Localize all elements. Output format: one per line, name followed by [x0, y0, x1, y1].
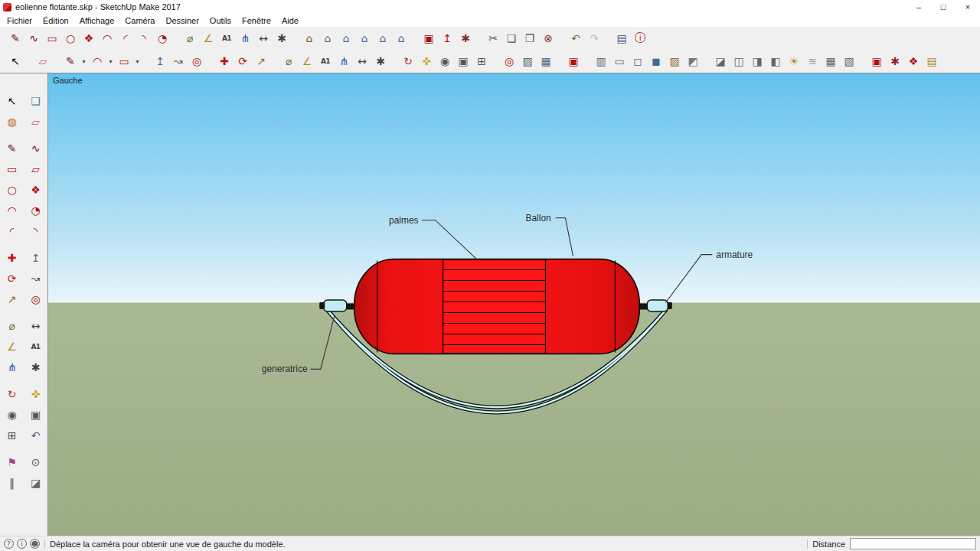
zoom-window-tool-icon[interactable]: ▣: [454, 52, 472, 70]
get-models-icon[interactable]: ▣: [867, 52, 886, 70]
line-tool-icon[interactable]: ✎: [6, 29, 24, 47]
account-icon[interactable]: ☻: [30, 539, 40, 549]
monochrome-style-icon[interactable]: ◩: [684, 52, 702, 70]
view-back-icon[interactable]: ⌂: [392, 29, 410, 47]
eraser-tool-icon[interactable]: ▱: [34, 52, 52, 70]
paste-icon[interactable]: ❐: [521, 29, 539, 47]
undo-icon[interactable]: ↶: [567, 29, 585, 47]
maximize-button[interactable]: □: [931, 0, 956, 14]
preferences-icon[interactable]: ▤: [923, 52, 941, 70]
shaded-textured-style-icon[interactable]: ▨: [665, 52, 684, 70]
rectangle-tool-icon[interactable]: ▭: [43, 29, 61, 47]
arc-tool-icon[interactable]: ◠: [88, 52, 106, 70]
wireframe-style-icon[interactable]: ▭: [610, 52, 629, 70]
scale-tool-icon[interactable]: ↗: [3, 290, 21, 308]
three-point-arc-tool-icon[interactable]: ◝: [135, 29, 153, 47]
fog-icon[interactable]: ≋: [803, 52, 822, 70]
follow-me-tool-icon[interactable]: ↝: [27, 269, 45, 288]
rectangle-tool-icon[interactable]: ▭: [3, 160, 21, 178]
zoom-tool-icon[interactable]: ◉: [436, 52, 454, 70]
display-section-fill-icon[interactable]: ◧: [766, 52, 785, 70]
close-button[interactable]: ×: [956, 0, 980, 14]
circle-tool-icon[interactable]: ○: [61, 29, 80, 47]
menu-dessiner[interactable]: Dessiner: [160, 15, 204, 26]
two-point-arc-tool-icon[interactable]: ◜: [3, 222, 21, 240]
freehand-tool-icon[interactable]: ∿: [24, 29, 43, 47]
polygon-tool-icon[interactable]: ❖: [80, 29, 98, 47]
3d-warehouse-icon[interactable]: ▣: [564, 52, 583, 70]
arc-dropdown-caret-icon[interactable]: ▾: [106, 52, 115, 70]
look-around-icon[interactable]: ⊙: [27, 453, 45, 471]
line-dropdown-caret-icon[interactable]: ▾: [80, 52, 88, 70]
text-tool-icon[interactable]: A1: [316, 52, 335, 70]
rotated-rectangle-tool-icon[interactable]: ▱: [27, 160, 45, 178]
offset-tool-icon[interactable]: ◎: [188, 52, 206, 70]
hidden-line-style-icon[interactable]: ◻: [629, 52, 647, 70]
menu-fenetre[interactable]: Fenêtre: [237, 15, 276, 26]
3d-text-tool-icon[interactable]: ✱: [27, 358, 45, 377]
zoom-tool-icon[interactable]: ◉: [3, 406, 21, 424]
view-right-icon[interactable]: ⌂: [355, 29, 374, 47]
view-top-icon[interactable]: ⌂: [318, 29, 337, 47]
minimize-button[interactable]: –: [906, 0, 931, 14]
3d-text-tool-icon[interactable]: ✱: [371, 52, 390, 70]
text-tool-icon[interactable]: A1: [217, 29, 236, 47]
three-point-arc-tool-icon[interactable]: ◝: [27, 222, 45, 240]
dimensions-tool-icon[interactable]: ↔: [254, 29, 273, 47]
select-tool-icon[interactable]: ↖: [6, 52, 24, 70]
erase-icon[interactable]: ⊗: [539, 29, 557, 47]
rotate-tool-icon[interactable]: ⟳: [234, 52, 252, 70]
line-tool-icon[interactable]: ✎: [3, 139, 21, 158]
position-camera-icon[interactable]: ⚑: [3, 453, 21, 471]
protractor-icon[interactable]: ∠: [298, 52, 316, 70]
move-tool-icon[interactable]: ✚: [215, 52, 234, 70]
tape-measure-icon[interactable]: ⌀: [3, 317, 21, 335]
redo-icon[interactable]: ↷: [585, 29, 603, 47]
view-left-icon[interactable]: ⌂: [374, 29, 392, 47]
scale-tool-icon[interactable]: ↗: [252, 52, 270, 70]
eraser-tool-icon[interactable]: ▱: [27, 112, 45, 131]
model-info-icon[interactable]: ⓘ: [631, 29, 649, 47]
orbit-tool-icon[interactable]: ↻: [3, 385, 21, 403]
zoom-extents-tool-icon[interactable]: ⊞: [3, 426, 21, 445]
dimensions-tool-icon[interactable]: ↔: [353, 52, 371, 70]
arc-tool-icon[interactable]: ◠: [3, 201, 21, 220]
shadows-icon[interactable]: ☀: [785, 52, 803, 70]
menu-aide[interactable]: Aide: [276, 15, 304, 26]
zoom-extents-tool-icon[interactable]: ⊞: [472, 52, 491, 70]
pie-tool-icon[interactable]: ◔: [27, 201, 45, 220]
line-tool-icon[interactable]: ✎: [61, 52, 80, 70]
arc-tool-icon[interactable]: ◠: [98, 29, 116, 47]
toggle-terrain-icon[interactable]: ▨: [518, 52, 537, 70]
pan-tool-icon[interactable]: ✜: [27, 385, 45, 403]
section-plane-icon[interactable]: ◪: [711, 52, 730, 70]
select-tool-icon[interactable]: ↖: [3, 92, 21, 110]
axes-tool-icon[interactable]: ⋔: [236, 29, 254, 47]
match-photo-icon[interactable]: ▦: [822, 52, 840, 70]
shapes-tool-icon[interactable]: ▭: [115, 52, 133, 70]
view-front-icon[interactable]: ⌂: [337, 29, 355, 47]
polygon-tool-icon[interactable]: ❖: [27, 181, 45, 199]
two-point-arc-tool-icon[interactable]: ◜: [116, 29, 135, 47]
protractor-icon[interactable]: ∠: [199, 29, 217, 47]
axes-tool-icon[interactable]: ⋔: [335, 52, 353, 70]
orbit-tool-icon[interactable]: ↻: [399, 52, 417, 70]
pan-tool-icon[interactable]: ✜: [417, 52, 436, 70]
display-section-cuts-icon[interactable]: ◨: [748, 52, 766, 70]
styles-panel-icon[interactable]: ▤: [612, 29, 631, 47]
add-location-icon[interactable]: ◎: [500, 52, 518, 70]
menu-outils[interactable]: Outils: [204, 15, 237, 26]
shapes-dropdown-caret-icon[interactable]: ▾: [133, 52, 142, 70]
info-icon[interactable]: i: [17, 539, 27, 549]
menu-affichage[interactable]: Affichage: [74, 15, 120, 26]
photo-textures-icon[interactable]: ▦: [537, 52, 555, 70]
previous-view-icon[interactable]: ↶: [27, 426, 45, 445]
paint-bucket-icon[interactable]: ◍: [3, 112, 21, 131]
circle-tool-icon[interactable]: ○: [3, 181, 21, 199]
rotate-tool-icon[interactable]: ⟳: [3, 269, 21, 288]
zoom-window-tool-icon[interactable]: ▣: [27, 406, 45, 424]
make-component-icon[interactable]: ❏: [27, 92, 45, 110]
walk-tool-icon[interactable]: ‖: [3, 474, 21, 492]
share-model-icon[interactable]: ↥: [438, 29, 456, 47]
get-models-icon[interactable]: ▣: [420, 29, 438, 47]
